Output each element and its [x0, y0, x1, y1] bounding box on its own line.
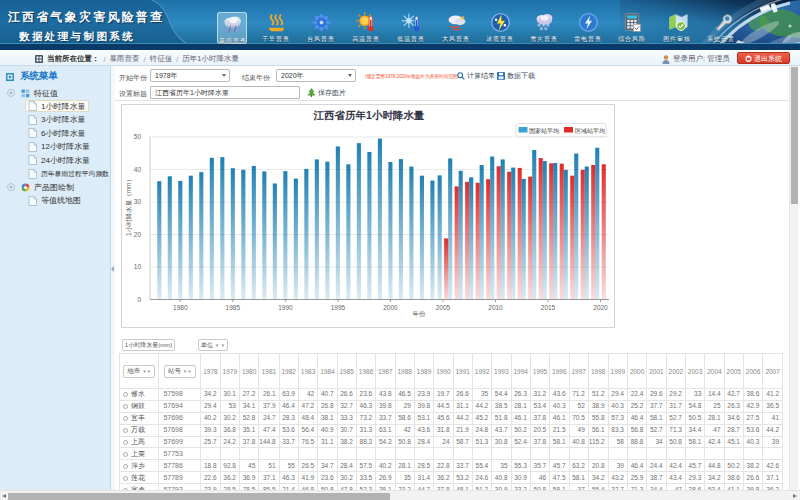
- svg-text:50: 50: [134, 133, 142, 140]
- svg-text:1980: 1980: [173, 304, 188, 311]
- svg-text:2015: 2015: [541, 304, 556, 311]
- svg-text:30: 30: [134, 198, 142, 205]
- svg-text:0: 0: [137, 296, 141, 303]
- svg-text:20: 20: [134, 231, 142, 238]
- svg-text:2020: 2020: [593, 304, 608, 311]
- svg-text:10: 10: [134, 263, 142, 270]
- svg-text:1985: 1985: [226, 304, 241, 311]
- svg-text:2010: 2010: [488, 304, 503, 311]
- svg-text:1990: 1990: [278, 304, 293, 311]
- svg-text:区域站平均: 区域站平均: [575, 127, 605, 135]
- svg-text:国家站平均: 国家站平均: [529, 127, 559, 135]
- svg-text:2005: 2005: [436, 304, 451, 311]
- svg-text:2000: 2000: [383, 304, 398, 311]
- svg-text:40: 40: [134, 166, 142, 173]
- svg-text:1小时降水量（mm）: 1小时降水量（mm）: [125, 176, 133, 236]
- svg-text:1995: 1995: [331, 304, 346, 311]
- svg-text:江西省历年1小时降水量: 江西省历年1小时降水量: [313, 109, 425, 121]
- svg-text:年份: 年份: [413, 310, 427, 318]
